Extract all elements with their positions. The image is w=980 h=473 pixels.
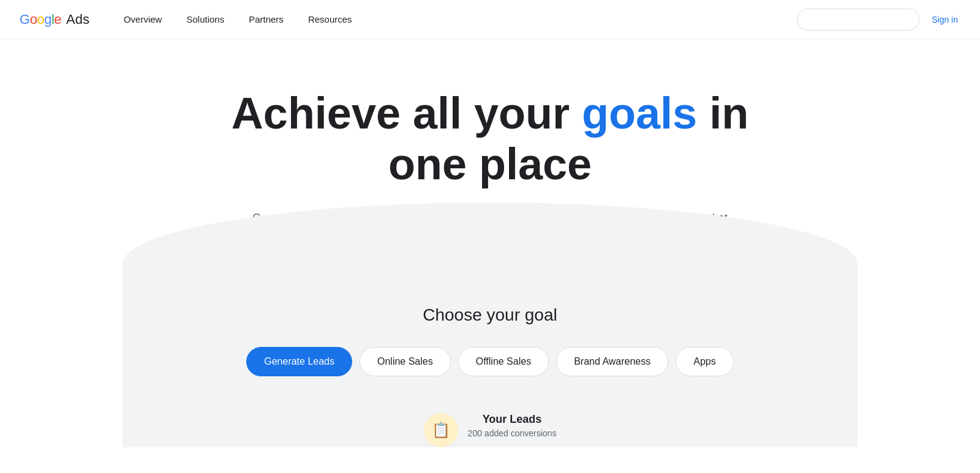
search-input[interactable] [797, 9, 919, 31]
goal-content: Choose your goal Generate Leads Online S… [0, 305, 980, 447]
preview-card-title: Your Leads [468, 413, 557, 426]
goal-buttons-container: Generate Leads Online Sales Offline Sale… [0, 347, 980, 376]
main-nav: Overview Solutions Partners Resources [114, 9, 797, 29]
goal-btn-brand-awareness[interactable]: Brand Awareness [556, 347, 668, 376]
google-wordmark: Google [20, 12, 61, 28]
goal-title: Choose your goal [0, 305, 980, 325]
google-ads-logo[interactable]: Google Ads [20, 12, 89, 28]
hero-title-line2: one place [388, 140, 592, 188]
goal-btn-apps[interactable]: Apps [676, 347, 733, 376]
sign-in-button[interactable]: Sign in [929, 10, 960, 29]
preview-card-leads: 📋 Your Leads 200 added conversions [424, 413, 557, 447]
goal-btn-online-sales[interactable]: Online Sales [360, 347, 451, 376]
goal-btn-generate-leads[interactable]: Generate Leads [246, 347, 352, 376]
bottom-preview: 📋 Your Leads 200 added conversions [0, 413, 980, 447]
ads-wordmark: Ads [66, 12, 89, 28]
hero-title-part1: Achieve all your [232, 89, 582, 138]
logo-letter-e: e [54, 12, 61, 28]
logo-letter-g: G [20, 12, 30, 28]
nav-item-solutions[interactable]: Solutions [176, 9, 234, 29]
nav-item-overview[interactable]: Overview [114, 9, 172, 29]
leads-icon-symbol: 📋 [432, 422, 450, 439]
preview-icon-leads: 📋 [424, 413, 458, 447]
header-right: Sign in [797, 9, 960, 31]
hero-title-part2: in [697, 89, 748, 138]
logo-letter-g2: g [44, 12, 51, 28]
header: Google Ads Overview Solutions Partners R… [0, 0, 980, 39]
hero-title: Achieve all your goals in one place [123, 88, 858, 190]
nav-item-partners[interactable]: Partners [239, 9, 293, 29]
logo-letter-o1: o [30, 12, 37, 28]
preview-card-subtitle: 200 added conversions [468, 428, 557, 438]
goal-section: Choose your goal Generate Leads Online S… [0, 269, 980, 447]
preview-text-leads: Your Leads 200 added conversions [468, 413, 557, 438]
nav-item-resources[interactable]: Resources [298, 9, 362, 29]
hero-title-highlight: goals [582, 89, 697, 138]
logo-letter-o2: o [37, 12, 44, 28]
goal-btn-offline-sales[interactable]: Offline Sales [458, 347, 549, 376]
